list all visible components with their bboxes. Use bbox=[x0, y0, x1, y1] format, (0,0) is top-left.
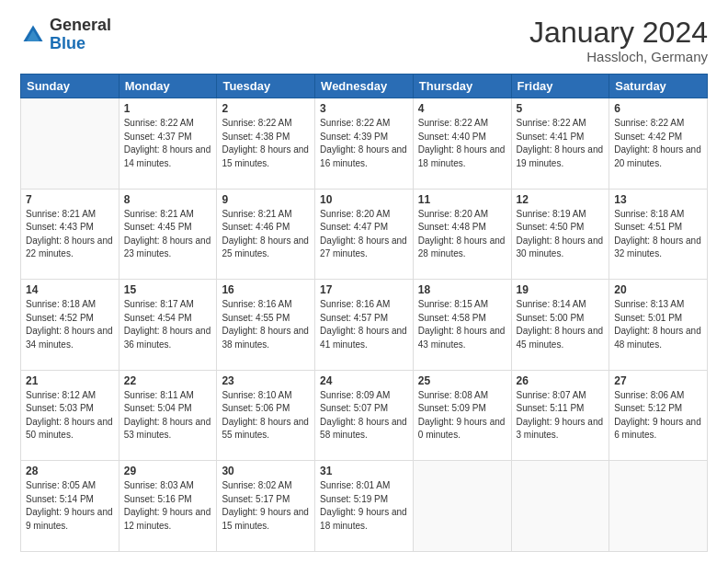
day-info: Sunrise: 8:12 AM Sunset: 5:03 PM Dayligh… bbox=[26, 389, 114, 442]
calendar-week-row: 28Sunrise: 8:05 AM Sunset: 5:14 PM Dayli… bbox=[21, 461, 708, 552]
table-row bbox=[21, 98, 119, 190]
calendar-week-row: 21Sunrise: 8:12 AM Sunset: 5:03 PM Dayli… bbox=[21, 370, 708, 461]
day-number: 2 bbox=[222, 102, 310, 115]
table-row: 3Sunrise: 8:22 AM Sunset: 4:39 PM Daylig… bbox=[315, 98, 414, 190]
day-number: 3 bbox=[320, 102, 408, 115]
day-number: 13 bbox=[614, 193, 702, 206]
day-info: Sunrise: 8:22 AM Sunset: 4:41 PM Dayligh… bbox=[517, 117, 605, 170]
calendar-header-row: Sunday Monday Tuesday Wednesday Thursday… bbox=[21, 75, 708, 98]
day-number: 25 bbox=[418, 374, 506, 387]
table-row bbox=[413, 461, 511, 552]
day-info: Sunrise: 8:17 AM Sunset: 4:54 PM Dayligh… bbox=[124, 298, 212, 351]
day-info: Sunrise: 8:16 AM Sunset: 4:55 PM Dayligh… bbox=[222, 298, 310, 351]
day-info: Sunrise: 8:16 AM Sunset: 4:57 PM Dayligh… bbox=[320, 298, 408, 351]
day-info: Sunrise: 8:11 AM Sunset: 5:04 PM Dayligh… bbox=[124, 389, 212, 442]
day-number: 8 bbox=[124, 193, 212, 206]
calendar-table: Sunday Monday Tuesday Wednesday Thursday… bbox=[20, 74, 708, 552]
calendar-week-row: 7Sunrise: 8:21 AM Sunset: 4:43 PM Daylig… bbox=[21, 189, 708, 280]
day-number: 17 bbox=[320, 283, 408, 296]
day-info: Sunrise: 8:21 AM Sunset: 4:46 PM Dayligh… bbox=[222, 208, 310, 261]
day-number: 12 bbox=[517, 193, 605, 206]
table-row: 28Sunrise: 8:05 AM Sunset: 5:14 PM Dayli… bbox=[21, 461, 119, 552]
day-number: 27 bbox=[614, 374, 702, 387]
day-info: Sunrise: 8:18 AM Sunset: 4:51 PM Dayligh… bbox=[614, 208, 702, 261]
title-block: January 2024 Hassloch, Germany bbox=[529, 17, 708, 64]
day-info: Sunrise: 8:05 AM Sunset: 5:14 PM Dayligh… bbox=[26, 479, 114, 533]
day-number: 16 bbox=[222, 283, 310, 296]
table-row: 24Sunrise: 8:09 AM Sunset: 5:07 PM Dayli… bbox=[315, 370, 414, 461]
day-number: 28 bbox=[26, 465, 114, 477]
day-number: 9 bbox=[222, 193, 310, 206]
day-number: 4 bbox=[418, 102, 506, 115]
logo: General Blue bbox=[20, 17, 111, 53]
col-tuesday: Tuesday bbox=[217, 75, 315, 98]
day-number: 1 bbox=[124, 102, 212, 115]
day-info: Sunrise: 8:14 AM Sunset: 5:00 PM Dayligh… bbox=[517, 298, 605, 351]
day-info: Sunrise: 8:19 AM Sunset: 4:50 PM Dayligh… bbox=[517, 208, 605, 261]
day-info: Sunrise: 8:21 AM Sunset: 4:45 PM Dayligh… bbox=[124, 208, 212, 261]
col-sunday: Sunday bbox=[21, 75, 119, 98]
day-number: 10 bbox=[320, 193, 408, 206]
table-row bbox=[511, 461, 609, 552]
title-location: Hassloch, Germany bbox=[529, 49, 708, 64]
day-info: Sunrise: 8:22 AM Sunset: 4:39 PM Dayligh… bbox=[320, 117, 408, 170]
day-number: 18 bbox=[418, 283, 506, 296]
day-info: Sunrise: 8:20 AM Sunset: 4:47 PM Dayligh… bbox=[320, 208, 408, 261]
col-thursday: Thursday bbox=[413, 75, 511, 98]
table-row: 30Sunrise: 8:02 AM Sunset: 5:17 PM Dayli… bbox=[217, 461, 315, 552]
table-row: 11Sunrise: 8:20 AM Sunset: 4:48 PM Dayli… bbox=[413, 189, 511, 280]
logo-general: General bbox=[50, 16, 111, 34]
table-row: 14Sunrise: 8:18 AM Sunset: 4:52 PM Dayli… bbox=[21, 280, 119, 371]
day-info: Sunrise: 8:09 AM Sunset: 5:07 PM Dayligh… bbox=[320, 389, 408, 442]
table-row bbox=[609, 461, 708, 552]
day-number: 29 bbox=[124, 465, 212, 477]
logo-blue: Blue bbox=[50, 34, 85, 52]
table-row: 23Sunrise: 8:10 AM Sunset: 5:06 PM Dayli… bbox=[217, 370, 315, 461]
day-info: Sunrise: 8:18 AM Sunset: 4:52 PM Dayligh… bbox=[26, 298, 114, 351]
table-row: 15Sunrise: 8:17 AM Sunset: 4:54 PM Dayli… bbox=[119, 280, 217, 371]
table-row: 29Sunrise: 8:03 AM Sunset: 5:16 PM Dayli… bbox=[119, 461, 217, 552]
table-row: 8Sunrise: 8:21 AM Sunset: 4:45 PM Daylig… bbox=[119, 189, 217, 280]
table-row: 18Sunrise: 8:15 AM Sunset: 4:58 PM Dayli… bbox=[413, 280, 511, 371]
table-row: 13Sunrise: 8:18 AM Sunset: 4:51 PM Dayli… bbox=[609, 189, 708, 280]
day-info: Sunrise: 8:22 AM Sunset: 4:37 PM Dayligh… bbox=[124, 117, 212, 170]
day-number: 20 bbox=[614, 283, 702, 296]
col-saturday: Saturday bbox=[609, 75, 708, 98]
day-info: Sunrise: 8:01 AM Sunset: 5:19 PM Dayligh… bbox=[320, 479, 408, 533]
day-number: 26 bbox=[517, 374, 605, 387]
table-row: 10Sunrise: 8:20 AM Sunset: 4:47 PM Dayli… bbox=[315, 189, 414, 280]
table-row: 16Sunrise: 8:16 AM Sunset: 4:55 PM Dayli… bbox=[217, 280, 315, 371]
table-row: 4Sunrise: 8:22 AM Sunset: 4:40 PM Daylig… bbox=[413, 98, 511, 190]
table-row: 1Sunrise: 8:22 AM Sunset: 4:37 PM Daylig… bbox=[119, 98, 217, 190]
day-number: 24 bbox=[320, 374, 408, 387]
table-row: 7Sunrise: 8:21 AM Sunset: 4:43 PM Daylig… bbox=[21, 189, 119, 280]
day-number: 6 bbox=[614, 102, 702, 115]
logo-icon bbox=[20, 22, 46, 48]
table-row: 12Sunrise: 8:19 AM Sunset: 4:50 PM Dayli… bbox=[511, 189, 609, 280]
day-number: 5 bbox=[517, 102, 605, 115]
day-info: Sunrise: 8:22 AM Sunset: 4:40 PM Dayligh… bbox=[418, 117, 506, 170]
table-row: 17Sunrise: 8:16 AM Sunset: 4:57 PM Dayli… bbox=[315, 280, 414, 371]
day-info: Sunrise: 8:20 AM Sunset: 4:48 PM Dayligh… bbox=[418, 208, 506, 261]
day-number: 21 bbox=[26, 374, 114, 387]
day-number: 14 bbox=[26, 283, 114, 296]
day-number: 22 bbox=[124, 374, 212, 387]
day-number: 23 bbox=[222, 374, 310, 387]
header: General Blue January 2024 Hassloch, Germ… bbox=[20, 17, 708, 64]
day-info: Sunrise: 8:22 AM Sunset: 4:42 PM Dayligh… bbox=[614, 117, 702, 170]
calendar-week-row: 14Sunrise: 8:18 AM Sunset: 4:52 PM Dayli… bbox=[21, 280, 708, 371]
table-row: 22Sunrise: 8:11 AM Sunset: 5:04 PM Dayli… bbox=[119, 370, 217, 461]
page: General Blue January 2024 Hassloch, Germ… bbox=[0, 0, 728, 563]
day-number: 19 bbox=[517, 283, 605, 296]
day-info: Sunrise: 8:13 AM Sunset: 5:01 PM Dayligh… bbox=[614, 298, 702, 351]
day-number: 15 bbox=[124, 283, 212, 296]
table-row: 19Sunrise: 8:14 AM Sunset: 5:00 PM Dayli… bbox=[511, 280, 609, 371]
table-row: 25Sunrise: 8:08 AM Sunset: 5:09 PM Dayli… bbox=[413, 370, 511, 461]
day-info: Sunrise: 8:03 AM Sunset: 5:16 PM Dayligh… bbox=[124, 479, 212, 533]
day-info: Sunrise: 8:08 AM Sunset: 5:09 PM Dayligh… bbox=[418, 389, 506, 442]
table-row: 26Sunrise: 8:07 AM Sunset: 5:11 PM Dayli… bbox=[511, 370, 609, 461]
day-info: Sunrise: 8:07 AM Sunset: 5:11 PM Dayligh… bbox=[517, 389, 605, 442]
calendar-week-row: 1Sunrise: 8:22 AM Sunset: 4:37 PM Daylig… bbox=[21, 98, 708, 190]
day-info: Sunrise: 8:10 AM Sunset: 5:06 PM Dayligh… bbox=[222, 389, 310, 442]
table-row: 21Sunrise: 8:12 AM Sunset: 5:03 PM Dayli… bbox=[21, 370, 119, 461]
